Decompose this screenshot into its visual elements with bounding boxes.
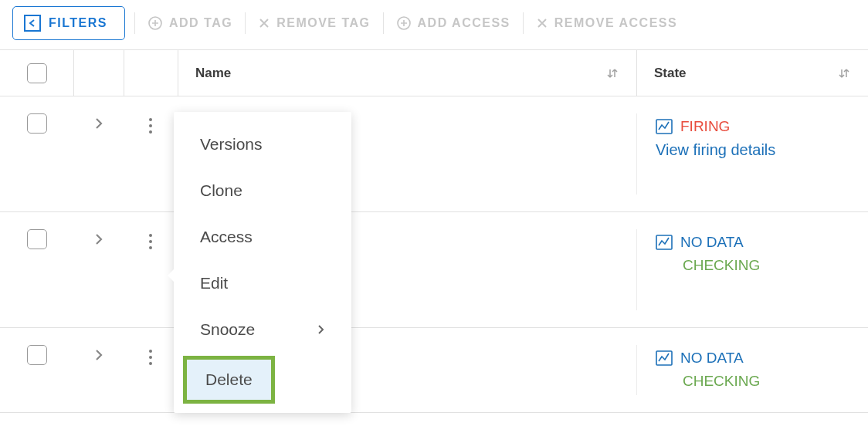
state-label: NO DATA (680, 234, 744, 251)
separator (245, 12, 246, 34)
menu-item-clone[interactable]: Clone (174, 167, 351, 214)
remove-access-label: REMOVE ACCESS (554, 16, 677, 30)
state-label: FIRING (680, 118, 730, 135)
sort-icon (605, 66, 619, 80)
remove-tag-button[interactable]: REMOVE TAG (255, 10, 373, 36)
expand-toggle[interactable] (73, 113, 124, 194)
menu-label: Clone (200, 181, 242, 200)
chart-icon (656, 119, 673, 134)
kebab-icon (149, 234, 152, 249)
chevron-right-icon (93, 348, 104, 362)
chart-icon (656, 350, 673, 366)
state-header-label: State (654, 66, 687, 81)
menu-item-edit[interactable]: Edit (174, 260, 351, 306)
name-header[interactable]: Name (178, 50, 636, 96)
sort-icon (837, 66, 851, 80)
name-header-label: Name (195, 66, 231, 81)
row-context-menu: Versions Clone Access Edit Snooze Delete (174, 112, 351, 413)
chart-icon (656, 235, 673, 250)
plus-circle-icon (396, 15, 412, 31)
delete-highlight: Delete (183, 356, 275, 404)
add-tag-label: ADD TAG (169, 16, 232, 30)
alerts-table: Name State 93 FIRING View firing details (0, 49, 868, 413)
separator (134, 12, 135, 34)
table-row: ert_01 95 NO DATA CHECKING (0, 328, 868, 413)
table-row: 93 FIRING View firing details (0, 96, 868, 212)
menu-item-access[interactable]: Access (174, 214, 351, 260)
kebab-icon (149, 350, 152, 365)
plus-circle-icon (147, 15, 163, 31)
table-row: and network alert 51 NO DATA CHECKING (0, 212, 868, 328)
row-actions-button[interactable] (124, 113, 178, 194)
menu-label: Access (200, 228, 253, 246)
expand-header (73, 50, 124, 96)
menu-item-snooze[interactable]: Snooze (174, 306, 351, 353)
row-checkbox[interactable] (27, 113, 47, 134)
menu-label: Snooze (200, 320, 255, 339)
row-actions-button[interactable] (124, 345, 178, 395)
row-checkbox[interactable] (27, 345, 47, 365)
select-all-checkbox[interactable] (27, 63, 47, 83)
state-checking-label: CHECKING (656, 373, 760, 390)
menu-label: Versions (200, 135, 263, 154)
state-label: NO DATA (680, 350, 744, 367)
collapse-left-icon (24, 15, 41, 32)
filters-label: FILTERS (49, 16, 107, 30)
toolbar: FILTERS ADD TAG REMOVE TAG ADD ACCESS RE… (0, 0, 868, 48)
remove-tag-label: REMOVE TAG (276, 16, 370, 30)
chevron-right-icon (317, 324, 325, 335)
row-checkbox[interactable] (27, 229, 47, 249)
separator (383, 12, 384, 34)
x-icon (258, 17, 270, 29)
chevron-right-icon (93, 117, 104, 130)
add-tag-button[interactable]: ADD TAG (144, 9, 236, 37)
menu-item-versions[interactable]: Versions (174, 121, 351, 167)
actions-header (124, 50, 178, 96)
remove-access-button[interactable]: REMOVE ACCESS (533, 10, 680, 36)
table-header: Name State (0, 50, 868, 96)
filters-button[interactable]: FILTERS (12, 6, 125, 40)
state-checking-label: CHECKING (656, 257, 760, 274)
expand-toggle[interactable] (73, 229, 124, 310)
x-icon (536, 17, 548, 29)
menu-label: Delete (205, 370, 253, 388)
select-all-header (0, 50, 73, 96)
add-access-button[interactable]: ADD ACCESS (393, 9, 514, 37)
menu-item-delete[interactable]: Delete (183, 356, 342, 404)
add-access-label: ADD ACCESS (418, 16, 510, 30)
kebab-icon (149, 118, 152, 134)
state-header[interactable]: State (636, 50, 868, 96)
view-firing-details-link[interactable]: View firing details (656, 141, 775, 159)
separator (523, 12, 524, 34)
chevron-right-icon (93, 232, 104, 246)
expand-toggle[interactable] (73, 345, 124, 395)
menu-label: Edit (200, 274, 228, 293)
